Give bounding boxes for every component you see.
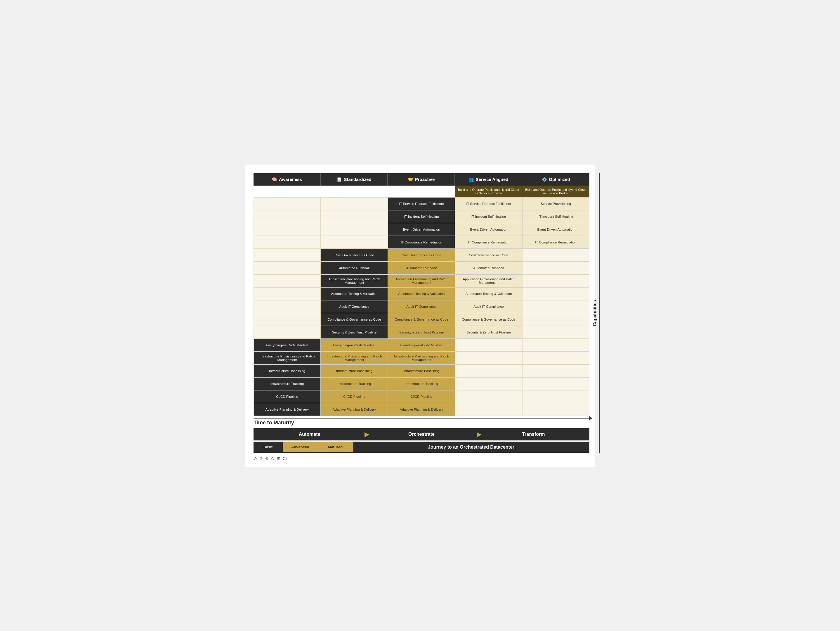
banner-cell-1: Orchestrate <box>365 428 477 440</box>
journey-banner: Basic Advanced Matured Journey to an Orc… <box>254 441 589 453</box>
data-cell-r4-c4 <box>522 249 589 262</box>
data-cell-r12-c4 <box>522 352 589 364</box>
data-cell-r14-c0: Infrastructure Tracking <box>254 377 321 390</box>
header-icon: 👥 <box>469 177 474 182</box>
data-cell-r14-c3 <box>455 377 522 390</box>
bottom-banner: AutomateOrchestrateTransform <box>254 428 589 440</box>
subheader-cell-0 <box>254 186 321 197</box>
data-cell-r15-c2: CI/CD Pipeline <box>388 390 455 403</box>
data-cell-r13-c3 <box>455 364 522 377</box>
data-cell-r11-c1: Everything-as-Code Mindset <box>321 339 388 352</box>
data-cell-r9-c3: Compliance & Governance as Code <box>455 313 522 326</box>
data-cell-r13-c0: Infrastructure Baselining <box>254 364 321 377</box>
data-cell-r0-c3: IT Service Request Fulfillment <box>455 197 522 210</box>
header-label: Service Aligned <box>476 177 508 182</box>
toolbar-icon-4[interactable]: ⊘ <box>271 456 275 461</box>
data-cell-r11-c2: Everything-as-Code Mindset <box>388 339 455 352</box>
data-cell-r3-c3: IT Compliance Remediation <box>455 236 522 249</box>
data-cell-r9-c1: Compliance & Governance as Code <box>321 313 388 326</box>
data-cell-r3-c4: IT Compliance Remediation <box>522 236 589 249</box>
data-cell-r4-c2: Cost Governance as Code <box>388 249 455 262</box>
data-cell-r7-c1: Automated Testing & Validation <box>321 287 388 300</box>
data-cell-r10-c1: Security & Zero Trust Pipeline <box>321 326 388 339</box>
data-cell-r6-c0 <box>254 274 321 287</box>
data-cell-r12-c2: Infrastructure Provisioning and Patch Ma… <box>388 352 455 364</box>
journey-advanced: Advanced <box>283 442 318 452</box>
data-cell-r10-c4 <box>522 326 589 339</box>
subheader-cell-2 <box>388 186 455 197</box>
data-cell-r15-c4 <box>522 390 589 403</box>
data-cell-r8-c1: Audit IT Compliance <box>321 300 388 313</box>
header-label: Awareness <box>279 177 302 182</box>
journey-basic: Basic <box>254 442 283 452</box>
data-cell-r8-c2: Audit IT Compliance <box>388 300 455 313</box>
data-cell-r4-c0 <box>254 249 321 262</box>
toolbar-icon-5[interactable]: ⊞ <box>277 456 280 461</box>
data-cell-r3-c1 <box>321 236 388 249</box>
data-cell-r5-c1: Automated Runbook <box>321 262 388 274</box>
data-cell-r14-c4 <box>522 377 589 390</box>
data-cell-r6-c2: Application Provisioning and Patch Manag… <box>388 274 455 287</box>
header-icon: 📋 <box>336 177 342 182</box>
data-grid: IT Service Request FulfillmentIT Service… <box>254 197 589 416</box>
data-cell-r7-c4 <box>522 287 589 300</box>
header-label: Proactive <box>415 177 435 182</box>
journey-matured: Matured <box>318 442 353 452</box>
data-cell-r2-c1 <box>321 223 388 236</box>
data-cell-r1-c1 <box>321 210 388 223</box>
data-cell-r7-c3: Automated Testing & Validation <box>455 287 522 300</box>
data-cell-r6-c4 <box>522 274 589 287</box>
data-cell-r15-c0: CI/CD Pipeline <box>254 390 321 403</box>
data-cell-r1-c0 <box>254 210 321 223</box>
header-cell-standardized: 📋Standardized <box>321 173 388 186</box>
data-cell-r3-c0 <box>254 236 321 249</box>
data-cell-r15-c1: CI/CD Pipeline <box>321 390 388 403</box>
data-cell-r11-c3 <box>455 339 522 352</box>
data-cell-r13-c2: Infrastructure Baselining <box>388 364 455 377</box>
data-cell-r2-c4: Event-Driven Automation <box>522 223 589 236</box>
data-cell-r10-c2: Security & Zero Trust Pipeline <box>388 326 455 339</box>
data-cell-r0-c1 <box>321 197 388 210</box>
data-cell-r8-c3: Audit IT Compliance <box>455 300 522 313</box>
data-cell-r8-c4 <box>522 300 589 313</box>
data-cell-r5-c3: Automated Runbook <box>455 262 522 274</box>
header-icon: 🧠 <box>272 177 277 182</box>
data-cell-r0-c0 <box>254 197 321 210</box>
banner-cell-2: Transform <box>478 428 589 440</box>
header-cell-service-aligned: 👥Service Aligned <box>455 173 522 186</box>
data-cell-r10-c3: Security & Zero Trust Pipeline <box>455 326 522 339</box>
data-cell-r16-c4 <box>522 403 589 416</box>
data-cell-r14-c1: Infrastructure Tracking <box>321 377 388 390</box>
x-axis-line <box>254 418 589 419</box>
header-cell-awareness: 🧠Awareness <box>254 173 321 186</box>
toolbar-icon-2[interactable]: ⊕ <box>259 456 263 461</box>
toolbar-icon-6[interactable]: CI <box>283 456 287 461</box>
data-cell-r7-c0 <box>254 287 321 300</box>
x-axis-row <box>254 418 589 419</box>
header-row: 🧠Awareness📋Standardized🤝Proactive👥Servic… <box>254 173 589 186</box>
data-cell-r14-c2: Infrastructure Tracking <box>388 377 455 390</box>
subheader-cell-3: Build and Operate Public and Hybrid Clou… <box>455 186 522 197</box>
data-cell-r5-c0 <box>254 262 321 274</box>
data-cell-r12-c3 <box>455 352 522 364</box>
toolbar-icon-1[interactable]: ⊙ <box>254 456 257 461</box>
toolbar-icon-3[interactable]: ⊗ <box>265 456 269 461</box>
data-cell-r13-c4 <box>522 364 589 377</box>
data-cell-r0-c2: IT Service Request Fulfillment <box>388 197 455 210</box>
page-wrapper: 🧠Awareness📋Standardized🤝Proactive👥Servic… <box>245 164 595 467</box>
data-cell-r8-c0 <box>254 300 321 313</box>
data-cell-r4-c1: Cost Governance as Code <box>321 249 388 262</box>
data-cell-r6-c3: Application Provisioning and Patch Manag… <box>455 274 522 287</box>
bottom-toolbar: ⊙ ⊕ ⊗ ⊘ ⊞ CI <box>254 456 586 461</box>
capabilities-label: Capabilities <box>591 173 600 453</box>
data-cell-r2-c3: Event-Driven Automation <box>455 223 522 236</box>
data-cell-r16-c3 <box>455 403 522 416</box>
data-cell-r5-c4 <box>522 262 589 274</box>
data-cell-r10-c0 <box>254 326 321 339</box>
data-cell-r0-c4: Service Provisioning <box>522 197 589 210</box>
header-label: Standardized <box>344 177 371 182</box>
data-cell-r13-c1: Infrastructure Baselining <box>321 364 388 377</box>
table-container: 🧠Awareness📋Standardized🤝Proactive👥Servic… <box>254 173 589 453</box>
data-cell-r16-c0: Adaptive Planning & Delivery <box>254 403 321 416</box>
data-cell-r2-c2: Event-Driven Automation <box>388 223 455 236</box>
